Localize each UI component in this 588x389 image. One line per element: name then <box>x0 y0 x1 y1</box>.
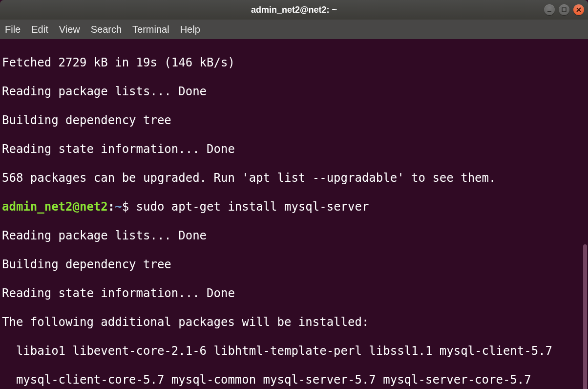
prompt-colon: : <box>108 200 115 214</box>
command-text: sudo apt-get install mysql-server <box>129 200 369 214</box>
close-button[interactable] <box>573 4 584 15</box>
menu-terminal[interactable]: Terminal <box>132 24 169 35</box>
terminal-output[interactable]: Fetched 2729 kB in 19s (146 kB/s) Readin… <box>0 39 588 389</box>
window-controls <box>544 4 584 15</box>
menubar: File Edit View Search Terminal Help <box>0 20 588 39</box>
svg-rect-1 <box>562 8 566 12</box>
terminal-line: mysql-client-core-5.7 mysql-common mysql… <box>2 373 586 388</box>
terminal-line: Building dependency tree <box>2 258 586 272</box>
window-titlebar: admin_net2@net2: ~ <box>0 0 588 20</box>
maximize-icon <box>561 7 567 13</box>
minimize-icon <box>546 7 552 13</box>
menu-edit[interactable]: Edit <box>31 24 48 35</box>
prompt-host: net2 <box>80 200 108 214</box>
terminal-line: Fetched 2729 kB in 19s (146 kB/s) <box>2 56 586 70</box>
prompt-at: @ <box>73 200 80 214</box>
terminal-line: Reading package lists... Done <box>2 85 586 99</box>
terminal-prompt-line: admin_net2@net2:~$ sudo apt-get install … <box>2 200 586 215</box>
terminal-line: 568 packages can be upgraded. Run 'apt l… <box>2 171 586 186</box>
scrollbar[interactable] <box>582 39 588 389</box>
close-icon <box>576 7 582 13</box>
menu-search[interactable]: Search <box>91 24 122 35</box>
scrollbar-thumb[interactable] <box>583 244 587 389</box>
terminal-line: libaio1 libevent-core-2.1-6 libhtml-temp… <box>2 344 586 359</box>
window-title: admin_net2@net2: ~ <box>251 5 337 15</box>
svg-rect-0 <box>547 11 551 12</box>
terminal-line: Reading package lists... Done <box>2 229 586 243</box>
terminal-line: Reading state information... Done <box>2 142 586 157</box>
prompt-user: admin_net2 <box>2 200 73 214</box>
menu-file[interactable]: File <box>5 24 21 35</box>
maximize-button[interactable] <box>559 4 569 15</box>
prompt-path: ~ <box>115 200 122 214</box>
prompt-sigil: $ <box>122 200 129 214</box>
menu-help[interactable]: Help <box>180 24 200 35</box>
terminal-line: The following additional packages will b… <box>2 315 586 330</box>
menu-view[interactable]: View <box>59 24 80 35</box>
minimize-button[interactable] <box>544 4 555 15</box>
terminal-line: Building dependency tree <box>2 113 586 128</box>
terminal-line: Reading state information... Done <box>2 286 586 301</box>
